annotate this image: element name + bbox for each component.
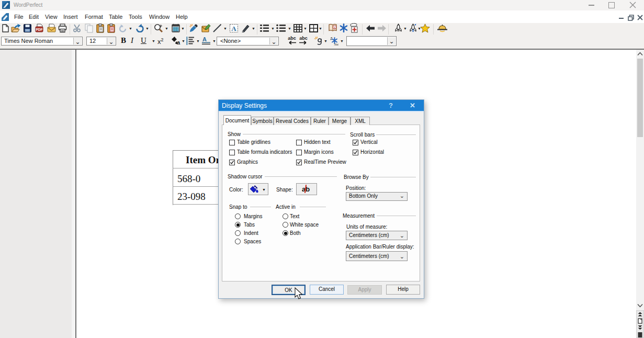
svg-text:s: s (334, 26, 336, 29)
svg-text:abc: abc (288, 36, 296, 41)
svg-text:A: A (231, 25, 236, 32)
svg-text:abc: abc (299, 36, 308, 41)
svg-text:a: a (177, 39, 180, 46)
svg-text:A: A (202, 37, 207, 42)
svg-text:.Math: .Math (334, 43, 338, 46)
svg-text:PDF: PDF (36, 28, 43, 31)
